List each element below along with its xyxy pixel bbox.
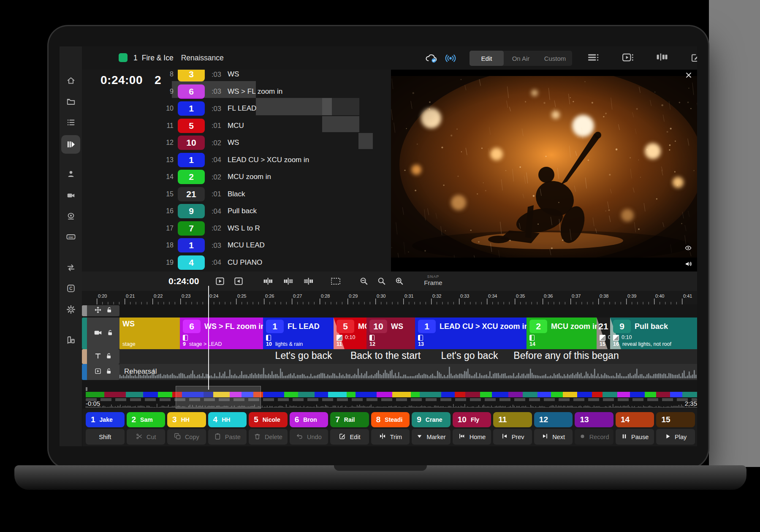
toolbar-prev-button[interactable]: Prev <box>493 429 532 445</box>
toolbar-shift-button[interactable]: Shift <box>86 429 125 445</box>
rundown-list-icon[interactable] <box>588 53 600 64</box>
shot-row[interactable]: 8 3 :03 WS <box>82 70 391 83</box>
timeline-clip[interactable]: 1LEAD CU > XCU zoom in13 <box>415 318 527 349</box>
camera-button-6[interactable]: 6 Bron <box>290 412 328 427</box>
toolbar-next-button[interactable]: Next <box>534 429 573 445</box>
sidebar-item-list[interactable] <box>61 114 80 131</box>
sidebar-item-companion[interactable]: C <box>61 280 80 297</box>
zoom-icon[interactable] <box>377 277 386 286</box>
sidebar-item-osc[interactable]: osc <box>61 228 80 245</box>
sidebar-item-videocam[interactable] <box>61 187 80 204</box>
sidebar-item-folder[interactable] <box>61 93 80 110</box>
clip-a-icon[interactable] <box>262 277 274 285</box>
minimap-viewport[interactable] <box>176 386 261 409</box>
camera-button-12[interactable]: 12 <box>534 412 573 427</box>
camera-button-7[interactable]: 7 Rail <box>330 412 369 427</box>
camera-button-14[interactable]: 14 <box>616 412 654 427</box>
camera-badge[interactable]: 2 <box>178 170 205 184</box>
timeline-clip[interactable]: 10WS12 <box>366 318 415 349</box>
camera-badge[interactable]: 6 <box>178 84 205 99</box>
close-icon[interactable] <box>684 71 693 81</box>
timeline-clip[interactable]: 5MCU0:1011 <box>334 318 366 349</box>
camera-badge[interactable]: 1 <box>178 153 205 167</box>
toolbar-undo-button[interactable]: Undo <box>290 429 328 445</box>
camera-badge[interactable]: 21 <box>178 187 205 201</box>
timeline-clip[interactable]: 6WS > FL zoom in9stage > LEAD <box>180 318 263 349</box>
toolbar-record-button[interactable]: Record <box>575 429 613 445</box>
camera-button-9[interactable]: 9 Crane <box>412 412 451 427</box>
shot-row[interactable]: 18 1 :03 MCU LEAD <box>82 237 391 254</box>
zoom-out-icon[interactable] <box>359 277 369 286</box>
toolbar-marker-button[interactable]: Marker <box>412 429 451 445</box>
toolbar-trim-button[interactable]: Trim <box>371 429 410 445</box>
eye-icon[interactable] <box>684 246 693 254</box>
camera-button-8[interactable]: 8 Steadi <box>371 412 410 427</box>
lock-open-icon[interactable] <box>106 307 113 315</box>
camera-button-10[interactable]: 10 Fly <box>453 412 491 427</box>
sidebar-item-ptz[interactable] <box>61 208 80 225</box>
camera-badge[interactable]: 4 <box>178 255 205 270</box>
toolbar-edit-button[interactable]: Edit <box>330 429 369 445</box>
lock-open-icon[interactable] <box>106 353 112 361</box>
lock-open-icon[interactable] <box>106 368 112 376</box>
shot-row[interactable]: 19 4 :04 CU PIANO <box>82 254 391 271</box>
track-header[interactable] <box>82 305 119 316</box>
play-box-icon[interactable] <box>215 277 225 286</box>
timeline-clip[interactable]: 210:1015 <box>597 318 610 349</box>
timeline-clip[interactable]: 9Pull back0:1016reveal lights, not roof <box>610 318 697 349</box>
camera-button-2[interactable]: 2 Sam <box>127 412 166 427</box>
shot-row[interactable]: 11 5 :01 MCU <box>82 117 391 135</box>
sidebar-item-home[interactable] <box>61 72 80 89</box>
speaker-icon[interactable] <box>684 260 693 269</box>
timeline-bars-icon[interactable] <box>656 53 668 63</box>
shot-row[interactable]: 17 7 :02 WS L to R <box>82 220 391 237</box>
camera-badge[interactable]: 10 <box>178 136 205 150</box>
shot-row[interactable]: 16 9 :04 Pull back <box>82 203 391 220</box>
camera-badge[interactable]: 3 <box>178 70 205 81</box>
camera-badge[interactable]: 9 <box>178 204 205 218</box>
clip-c-icon[interactable] <box>303 277 315 285</box>
track-header[interactable] <box>82 318 119 349</box>
toolbar-paste-button[interactable]: Paste <box>208 429 247 445</box>
camera-badge[interactable]: 1 <box>178 238 205 252</box>
mode-tab-on-air[interactable]: On Air <box>504 51 538 66</box>
camera-badge[interactable]: 7 <box>178 221 205 236</box>
sidebar-item-gear[interactable] <box>61 301 80 318</box>
sidebar-item-docs[interactable] <box>61 332 80 349</box>
toolbar-home-button[interactable]: Home <box>453 429 491 445</box>
camera-button-3[interactable]: 3 HH <box>167 412 206 427</box>
lock-open-icon[interactable] <box>107 329 114 338</box>
toolbar-cut-button[interactable]: Cut <box>127 429 166 445</box>
camera-button-5[interactable]: 5 Nicole <box>249 412 288 427</box>
shot-row[interactable]: 12 10 :02 WS <box>82 134 391 152</box>
timeline-clip[interactable]: 2MCU zoom in14 <box>527 318 597 349</box>
mode-tab-edit[interactable]: Edit <box>470 51 504 66</box>
timeline-clip[interactable]: 1FL LEAD10lights & rain <box>263 318 334 349</box>
camera-button-13[interactable]: 13 <box>575 412 613 427</box>
track-header[interactable] <box>82 349 119 364</box>
rev-box-icon[interactable] <box>233 277 244 286</box>
toolbar-pause-button[interactable]: Pause <box>616 429 654 445</box>
timeline-ruler[interactable]: 0:200:210:220:230:240:250:260:270:280:29… <box>82 291 697 305</box>
camera-badge[interactable]: 5 <box>178 119 205 133</box>
shot-row[interactable]: 14 2 :02 MCU zoom in <box>82 168 391 186</box>
select-box-icon[interactable] <box>331 277 341 285</box>
compose-icon[interactable] <box>690 53 697 65</box>
mode-tab-custom[interactable]: Custom <box>538 51 572 66</box>
shot-video-icon[interactable] <box>622 53 634 64</box>
sidebar-item-cutplay[interactable] <box>61 135 80 154</box>
toolbar-play-button[interactable]: Play <box>656 429 695 445</box>
timeline-clip[interactable]: WSstage <box>119 318 180 349</box>
camera-button-11[interactable]: 11 <box>493 412 532 427</box>
shot-row[interactable]: 10 1 :03 FL LEAD <box>82 100 391 117</box>
camera-badge[interactable]: 1 <box>178 101 205 116</box>
shot-row[interactable]: 15 21 :01 Black <box>82 186 391 203</box>
zoom-in-icon[interactable] <box>395 277 404 286</box>
shot-row[interactable]: 13 1 :04 LEAD CU > XCU zoom in <box>82 152 391 169</box>
camera-button-1[interactable]: 1 Jake <box>86 412 125 427</box>
clip-b-icon[interactable] <box>282 277 294 285</box>
toolbar-copy-button[interactable]: Copy <box>167 429 206 445</box>
toolbar-delete-button[interactable]: Delete <box>249 429 288 445</box>
camera-button-15[interactable]: 15 <box>656 412 695 427</box>
shot-row[interactable]: 9 6 :03 WS > FL zoom in <box>82 83 391 100</box>
